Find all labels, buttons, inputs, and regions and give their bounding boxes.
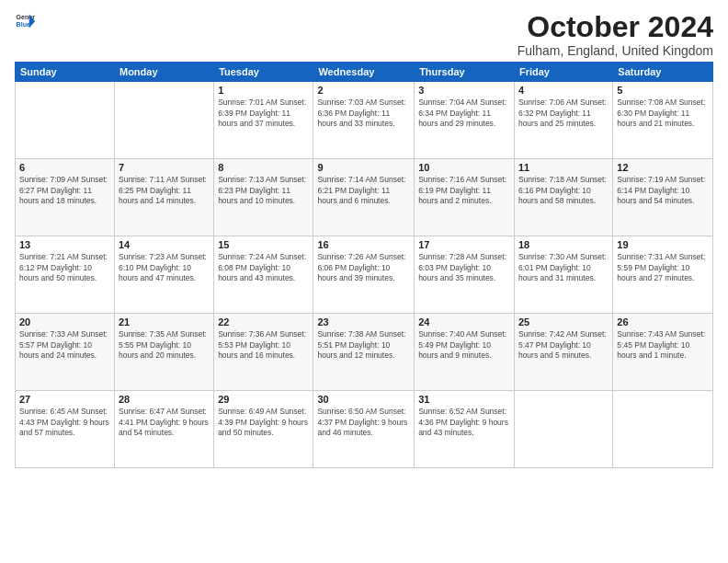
day-number: 23 [317, 316, 410, 327]
calendar-table: Sunday Monday Tuesday Wednesday Thursday… [15, 62, 713, 468]
day-detail: Sunrise: 7:35 AM Sunset: 5:55 PM Dayligh… [119, 329, 210, 361]
header-wednesday: Wednesday [313, 63, 415, 82]
day-number: 26 [617, 316, 709, 327]
calendar-cell [514, 391, 612, 468]
day-detail: Sunrise: 7:18 AM Sunset: 6:16 PM Dayligh… [518, 175, 609, 206]
day-detail: Sunrise: 7:13 AM Sunset: 6:23 PM Dayligh… [218, 175, 309, 206]
calendar-week-row: 1Sunrise: 7:01 AM Sunset: 6:39 PM Daylig… [16, 82, 713, 159]
calendar-cell: 23Sunrise: 7:38 AM Sunset: 5:51 PM Dayli… [313, 314, 415, 391]
calendar-page: General Blue October 2024 Fulham, Englan… [0, 0, 728, 563]
day-number: 28 [119, 394, 210, 405]
day-detail: Sunrise: 7:14 AM Sunset: 6:21 PM Dayligh… [317, 175, 410, 206]
calendar-cell: 1Sunrise: 7:01 AM Sunset: 6:39 PM Daylig… [214, 82, 313, 159]
svg-text:Blue: Blue [17, 21, 30, 28]
calendar-cell: 9Sunrise: 7:14 AM Sunset: 6:21 PM Daylig… [313, 159, 415, 236]
day-number: 21 [119, 316, 210, 327]
day-detail: Sunrise: 7:31 AM Sunset: 5:59 PM Dayligh… [617, 252, 709, 283]
calendar-cell: 12Sunrise: 7:19 AM Sunset: 6:14 PM Dayli… [613, 159, 713, 236]
calendar-cell [613, 391, 713, 468]
day-number: 31 [418, 394, 510, 405]
calendar-cell: 30Sunrise: 6:50 AM Sunset: 4:37 PM Dayli… [313, 391, 415, 468]
day-number: 8 [218, 162, 309, 173]
day-number: 25 [518, 316, 609, 327]
day-number: 12 [617, 162, 709, 173]
day-detail: Sunrise: 6:52 AM Sunset: 4:36 PM Dayligh… [418, 407, 510, 438]
header-friday: Friday [514, 63, 612, 82]
day-number: 15 [218, 239, 309, 250]
day-detail: Sunrise: 7:26 AM Sunset: 6:06 PM Dayligh… [317, 252, 410, 283]
day-number: 4 [518, 85, 609, 96]
day-number: 9 [317, 162, 410, 173]
day-detail: Sunrise: 6:50 AM Sunset: 4:37 PM Dayligh… [317, 407, 410, 438]
calendar-cell: 28Sunrise: 6:47 AM Sunset: 4:41 PM Dayli… [114, 391, 213, 468]
calendar-cell: 22Sunrise: 7:36 AM Sunset: 5:53 PM Dayli… [214, 314, 313, 391]
day-number: 16 [317, 239, 410, 250]
day-number: 29 [218, 394, 309, 405]
day-number: 17 [418, 239, 510, 250]
calendar-cell: 3Sunrise: 7:04 AM Sunset: 6:34 PM Daylig… [415, 82, 515, 159]
header-thursday: Thursday [415, 63, 515, 82]
day-detail: Sunrise: 7:06 AM Sunset: 6:32 PM Dayligh… [518, 98, 609, 129]
calendar-week-row: 20Sunrise: 7:33 AM Sunset: 5:57 PM Dayli… [16, 314, 713, 391]
day-number: 27 [19, 394, 110, 405]
day-number: 14 [119, 239, 210, 250]
day-detail: Sunrise: 7:23 AM Sunset: 6:10 PM Dayligh… [119, 252, 210, 283]
day-detail: Sunrise: 6:47 AM Sunset: 4:41 PM Dayligh… [119, 407, 210, 438]
day-number: 7 [119, 162, 210, 173]
calendar-cell: 25Sunrise: 7:42 AM Sunset: 5:47 PM Dayli… [514, 314, 612, 391]
day-number: 10 [418, 162, 510, 173]
header: General Blue October 2024 Fulham, Englan… [15, 11, 713, 58]
month-title: October 2024 [518, 11, 713, 43]
day-detail: Sunrise: 6:45 AM Sunset: 4:43 PM Dayligh… [19, 407, 110, 438]
calendar-cell: 10Sunrise: 7:16 AM Sunset: 6:19 PM Dayli… [415, 159, 515, 236]
day-number: 18 [518, 239, 609, 250]
day-number: 2 [317, 85, 410, 96]
logo-icon: General Blue [15, 11, 35, 31]
location: Fulham, England, United Kingdom [518, 43, 713, 58]
day-detail: Sunrise: 7:11 AM Sunset: 6:25 PM Dayligh… [119, 175, 210, 206]
day-number: 20 [19, 316, 110, 327]
weekday-header-row: Sunday Monday Tuesday Wednesday Thursday… [16, 63, 713, 82]
day-detail: Sunrise: 6:49 AM Sunset: 4:39 PM Dayligh… [218, 407, 309, 438]
calendar-cell: 29Sunrise: 6:49 AM Sunset: 4:39 PM Dayli… [214, 391, 313, 468]
day-number: 3 [418, 85, 510, 96]
day-number: 5 [617, 85, 709, 96]
calendar-cell: 21Sunrise: 7:35 AM Sunset: 5:55 PM Dayli… [114, 314, 213, 391]
calendar-cell: 14Sunrise: 7:23 AM Sunset: 6:10 PM Dayli… [114, 236, 213, 314]
day-number: 1 [218, 85, 309, 96]
day-detail: Sunrise: 7:33 AM Sunset: 5:57 PM Dayligh… [19, 329, 110, 361]
calendar-cell: 4Sunrise: 7:06 AM Sunset: 6:32 PM Daylig… [514, 82, 612, 159]
day-detail: Sunrise: 7:43 AM Sunset: 5:45 PM Dayligh… [617, 329, 709, 361]
calendar-cell: 24Sunrise: 7:40 AM Sunset: 5:49 PM Dayli… [415, 314, 515, 391]
calendar-cell: 26Sunrise: 7:43 AM Sunset: 5:45 PM Dayli… [613, 314, 713, 391]
calendar-cell: 13Sunrise: 7:21 AM Sunset: 6:12 PM Dayli… [16, 236, 115, 314]
day-detail: Sunrise: 7:16 AM Sunset: 6:19 PM Dayligh… [418, 175, 510, 206]
calendar-cell: 20Sunrise: 7:33 AM Sunset: 5:57 PM Dayli… [16, 314, 115, 391]
day-detail: Sunrise: 7:08 AM Sunset: 6:30 PM Dayligh… [617, 98, 709, 129]
calendar-cell: 19Sunrise: 7:31 AM Sunset: 5:59 PM Dayli… [613, 236, 713, 314]
day-number: 6 [19, 162, 110, 173]
day-detail: Sunrise: 7:04 AM Sunset: 6:34 PM Dayligh… [418, 98, 510, 129]
header-monday: Monday [114, 63, 213, 82]
day-detail: Sunrise: 7:38 AM Sunset: 5:51 PM Dayligh… [317, 329, 410, 361]
day-number: 19 [617, 239, 709, 250]
day-detail: Sunrise: 7:40 AM Sunset: 5:49 PM Dayligh… [418, 329, 510, 361]
day-detail: Sunrise: 7:21 AM Sunset: 6:12 PM Dayligh… [19, 252, 110, 283]
day-detail: Sunrise: 7:09 AM Sunset: 6:27 PM Dayligh… [19, 175, 110, 206]
day-detail: Sunrise: 7:30 AM Sunset: 6:01 PM Dayligh… [518, 252, 609, 283]
calendar-cell: 6Sunrise: 7:09 AM Sunset: 6:27 PM Daylig… [16, 159, 115, 236]
day-number: 22 [218, 316, 309, 327]
day-detail: Sunrise: 7:28 AM Sunset: 6:03 PM Dayligh… [418, 252, 510, 283]
day-detail: Sunrise: 7:03 AM Sunset: 6:36 PM Dayligh… [317, 98, 410, 129]
calendar-week-row: 13Sunrise: 7:21 AM Sunset: 6:12 PM Dayli… [16, 236, 713, 314]
calendar-cell: 15Sunrise: 7:24 AM Sunset: 6:08 PM Dayli… [214, 236, 313, 314]
day-detail: Sunrise: 7:42 AM Sunset: 5:47 PM Dayligh… [518, 329, 609, 361]
day-detail: Sunrise: 7:01 AM Sunset: 6:39 PM Dayligh… [218, 98, 309, 129]
calendar-cell: 27Sunrise: 6:45 AM Sunset: 4:43 PM Dayli… [16, 391, 115, 468]
day-detail: Sunrise: 7:36 AM Sunset: 5:53 PM Dayligh… [218, 329, 309, 361]
header-saturday: Saturday [613, 63, 713, 82]
day-number: 24 [418, 316, 510, 327]
header-tuesday: Tuesday [214, 63, 313, 82]
logo: General Blue [15, 11, 35, 31]
calendar-cell: 8Sunrise: 7:13 AM Sunset: 6:23 PM Daylig… [214, 159, 313, 236]
